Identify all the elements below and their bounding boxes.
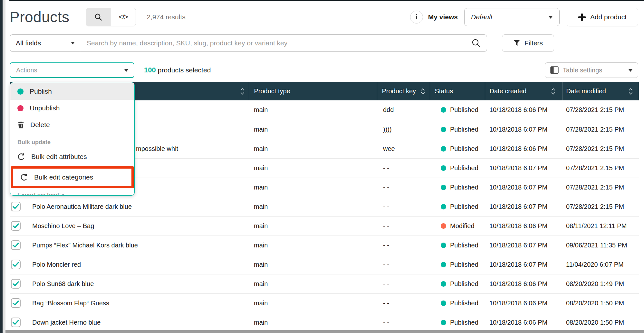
column-header-date-created[interactable]: Date created	[485, 82, 562, 100]
table-row[interactable]: Polo Aeronautica Militare dark blue main…	[10, 197, 639, 216]
product-name: mpossible whit	[136, 145, 178, 152]
date-created: 10/18/2018 6:06 PM	[485, 100, 562, 120]
status-label: Published	[450, 300, 478, 307]
views-select[interactable]: Default	[464, 8, 560, 26]
date-modified: 11/04/2020 6:07 PM	[562, 255, 639, 274]
info-icon[interactable]: i	[410, 11, 423, 23]
product-type: main	[249, 236, 377, 255]
column-header-product-key[interactable]: Product key	[377, 82, 430, 100]
product-type: main	[249, 255, 377, 274]
status-dot-icon	[441, 185, 446, 190]
product-key: - -	[377, 197, 430, 216]
publish-dot-icon	[17, 88, 24, 95]
actions-dropdown-trigger[interactable]: Actions	[10, 62, 134, 78]
top-bar: Products </> 2,974 results i My views De…	[10, 5, 638, 30]
list-search-toggle-button[interactable]	[86, 8, 111, 26]
window-left-edge-light	[3, 0, 5, 333]
product-key: - -	[377, 158, 430, 178]
row-checkbox[interactable]	[11, 318, 21, 327]
product-name: Polo Moncler red	[32, 261, 81, 268]
product-key: - -	[377, 274, 430, 293]
table-settings-button[interactable]: Table settings	[545, 62, 638, 78]
date-modified: 08/20/2020 1:50 PM	[562, 293, 639, 313]
product-type: main	[249, 100, 377, 120]
product-type: main	[249, 274, 377, 293]
product-type: main	[249, 197, 377, 216]
row-checkbox[interactable]	[11, 221, 21, 231]
my-views-label: My views	[428, 13, 458, 21]
date-created: 10/18/2018 6:07 PM	[485, 197, 562, 216]
menu-item-delete[interactable]: Delete	[10, 116, 134, 133]
sort-icon[interactable]	[240, 88, 245, 95]
date-created: 10/18/2018 6:07 PM	[485, 255, 562, 274]
chevron-down-icon	[628, 69, 633, 72]
date-modified: 08/20/2020 1:49 PM	[562, 274, 639, 293]
column-header-status[interactable]: Status	[430, 82, 485, 100]
row-checkbox[interactable]	[11, 260, 21, 269]
table-row[interactable]: Bag “Blossom Flap“ Guess main - - Publis…	[10, 293, 639, 313]
menu-item-unpublish[interactable]: Unpublish	[10, 100, 134, 116]
sort-icon[interactable]	[551, 88, 556, 95]
row-checkbox[interactable]	[11, 279, 21, 289]
search-field-selector[interactable]: All fields	[10, 35, 80, 51]
search-row: All fields Filters	[10, 34, 638, 52]
product-name: Polo Sun68 dark blue	[32, 280, 94, 287]
product-type: main	[249, 120, 377, 139]
date-modified: 07/28/2021 2:15 PM	[562, 158, 639, 178]
sync-icon	[17, 153, 25, 161]
product-key: wee	[377, 139, 430, 158]
sort-icon[interactable]	[628, 88, 633, 95]
status-dot-icon	[441, 320, 446, 325]
view-toggle-group: </>	[86, 8, 136, 26]
table-row[interactable]: Moschino Love – Bag main - - Modified 10…	[10, 216, 639, 236]
column-header-date-modified[interactable]: Date modified	[562, 82, 639, 100]
table-row[interactable]: Polo Moncler red main - - Published 10/1…	[10, 255, 639, 274]
top-right-cluster: i My views Default Add product	[410, 8, 638, 26]
date-created: 10/18/2018 6:06 PM	[485, 293, 562, 313]
status-label: Published	[450, 280, 478, 288]
menu-section-bulk-update: Bulk update	[10, 137, 134, 148]
status-dot-icon	[441, 165, 446, 171]
date-created: 10/18/2018 6:07 PM	[485, 120, 562, 139]
product-type: main	[249, 178, 377, 197]
status-label: Published	[450, 164, 478, 172]
actions-dropdown-label: Actions	[16, 67, 37, 74]
table-row[interactable]: Pumps “Flex” Michael Kors dark blue main…	[10, 236, 639, 255]
plus-icon	[578, 14, 586, 21]
add-product-label: Add product	[590, 13, 627, 21]
row-checkbox[interactable]	[11, 240, 21, 250]
row-checkbox[interactable]	[11, 202, 21, 211]
search-input[interactable]	[80, 35, 471, 51]
row-checkbox[interactable]	[11, 298, 21, 308]
menu-item-bulk-edit-attributes[interactable]: Bulk edit attributes	[10, 148, 134, 165]
window-bottom-edge	[5, 330, 644, 333]
status-dot-icon	[441, 146, 446, 152]
table-row[interactable]: Polo Sun68 dark blue main - - Published …	[10, 274, 639, 293]
menu-item-bulk-edit-categories[interactable]: Bulk edit categories	[13, 169, 131, 186]
funnel-icon	[513, 40, 520, 47]
search-icon[interactable]	[471, 38, 481, 48]
menu-divider	[10, 135, 134, 135]
product-key: - -	[377, 178, 430, 197]
code-icon: </>	[119, 13, 128, 21]
column-header-product-type[interactable]: Product type	[249, 82, 377, 100]
product-name: Down jacket Herno blue	[32, 319, 101, 326]
selected-count: 100products selected	[144, 66, 211, 74]
menu-item-publish[interactable]: Publish	[10, 83, 134, 100]
page-title: Products	[10, 8, 70, 26]
date-created: 10/18/2018 6:06 PM	[485, 139, 562, 158]
filters-button[interactable]: Filters	[502, 34, 554, 52]
table-row[interactable]: Down jacket Herno blue main - - Publishe…	[10, 313, 639, 332]
search-box: All fields	[10, 34, 487, 52]
query-editor-toggle-button[interactable]: </>	[111, 8, 136, 26]
status-dot-icon	[441, 204, 446, 209]
columns-icon	[550, 66, 559, 74]
status-label: Modified	[450, 222, 475, 230]
add-product-button[interactable]: Add product	[567, 8, 638, 26]
sort-icon[interactable]	[420, 88, 425, 95]
status-label: Published	[450, 203, 478, 210]
status-label: Published	[450, 184, 478, 191]
date-created: 10/18/2018 6:06 PM	[485, 313, 562, 332]
date-created: 10/18/2018 6:06 PM	[485, 274, 562, 293]
date-modified: 07/28/2021 2:15 PM	[562, 139, 639, 158]
